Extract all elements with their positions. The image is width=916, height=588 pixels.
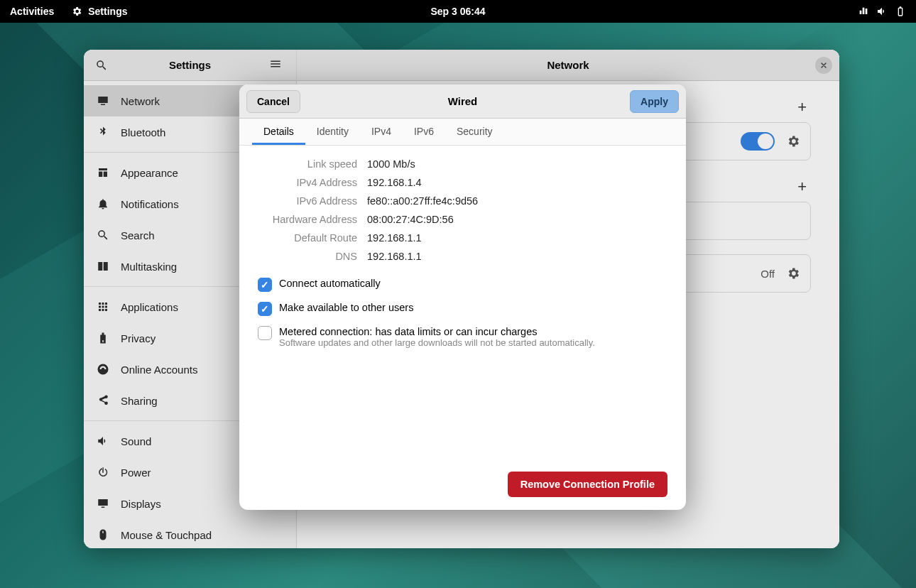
proxy-settings-button[interactable]	[786, 266, 800, 281]
bluetooth-icon	[97, 126, 109, 138]
check-row: Metered connection: has data limits or c…	[258, 326, 667, 348]
wired-switch[interactable]	[741, 132, 775, 151]
tab-security[interactable]: Security	[445, 119, 504, 145]
detail-label: DNS	[258, 251, 357, 262]
dialog-header: Cancel Wired Apply	[239, 85, 686, 119]
activities-button[interactable]: Activities	[10, 6, 54, 17]
sidebar-header: Settings	[84, 50, 296, 81]
content-header: Network	[297, 50, 839, 81]
detail-label: Default Route	[258, 232, 357, 244]
online-icon	[97, 363, 109, 376]
battery-icon	[895, 6, 906, 17]
power-icon	[97, 466, 109, 479]
multitask-icon	[97, 260, 109, 273]
checkbox[interactable]	[258, 278, 272, 292]
detail-value: 192.168.1.1	[367, 251, 667, 262]
cancel-button[interactable]: Cancel	[246, 90, 300, 113]
apps-icon	[97, 300, 109, 313]
checkbox[interactable]	[258, 302, 272, 316]
search-icon	[95, 59, 108, 72]
apply-button[interactable]: Apply	[630, 90, 679, 113]
check-label: Connect automatically	[279, 278, 381, 289]
dialog-body: Link speed1000 Mb/sIPv4 Address192.168.1…	[239, 146, 686, 510]
detail-value: 1000 Mb/s	[367, 158, 667, 170]
check-row: Connect automatically	[258, 278, 667, 292]
close-icon	[819, 61, 828, 70]
search-icon	[97, 229, 109, 241]
system-tray[interactable]	[858, 6, 916, 17]
hamburger-icon	[269, 58, 282, 70]
topbar-app[interactable]: Settings	[71, 6, 127, 17]
tab-ipv4[interactable]: IPv4	[360, 119, 403, 145]
sound-icon	[97, 435, 109, 447]
appearance-icon	[97, 166, 109, 179]
checkbox[interactable]	[258, 326, 272, 340]
check-row: Make available to other users	[258, 302, 667, 316]
remove-connection-button[interactable]: Remove Connection Profile	[508, 472, 667, 497]
share-icon	[97, 394, 109, 407]
sidebar-item-label: Sharing	[121, 395, 158, 407]
checks-list: Connect automaticallyMake available to o…	[258, 278, 667, 358]
gear-icon	[71, 6, 82, 17]
sidebar-item-mouse-touchpad[interactable]: Mouse & Touchpad	[84, 519, 296, 548]
sidebar-item-label: Appearance	[121, 167, 178, 179]
sidebar-item-label: Search	[121, 229, 155, 241]
tab-ipv6[interactable]: IPv6	[403, 119, 445, 145]
close-button[interactable]	[815, 57, 832, 74]
sidebar-item-label: Power	[121, 467, 151, 479]
sidebar-item-label: Multitasking	[121, 261, 177, 273]
network-tray-icon	[858, 6, 869, 17]
detail-value: fe80::a00:27ff:fe4c:9d56	[367, 195, 667, 207]
clock[interactable]: Sep 3 06:44	[430, 6, 485, 17]
detail-value: 08:00:27:4C:9D:56	[367, 214, 667, 225]
sidebar-title: Settings	[111, 59, 269, 71]
sidebar-item-label: Network	[121, 95, 160, 107]
top-bar: Activities Settings Sep 3 06:44	[0, 0, 916, 23]
tab-details[interactable]: Details	[252, 119, 305, 145]
dialog-title: Wired	[448, 95, 478, 107]
check-label: Metered connection: has data limits or c…	[279, 326, 595, 348]
detail-value: 192.168.1.1	[367, 232, 667, 244]
wired-settings-button[interactable]	[786, 134, 800, 148]
detail-value: 192.168.1.4	[367, 177, 667, 188]
add-wired-button[interactable]: +	[793, 95, 811, 119]
gear-icon	[786, 266, 800, 281]
sidebar-item-label: Bluetooth	[121, 126, 165, 138]
detail-label: Hardware Address	[258, 214, 357, 225]
wired-dialog: Cancel Wired Apply DetailsIdentityIPv4IP…	[239, 85, 686, 510]
dialog-tabs: DetailsIdentityIPv4IPv6Security	[239, 119, 686, 146]
sidebar-item-label: Privacy	[121, 332, 156, 344]
displays-icon	[97, 497, 109, 510]
privacy-icon	[97, 332, 109, 344]
volume-icon	[876, 6, 888, 17]
check-label: Make available to other users	[279, 302, 413, 313]
add-vpn-button[interactable]: +	[793, 175, 811, 199]
sidebar-item-label: Applications	[121, 301, 178, 313]
detail-grid: Link speed1000 Mb/sIPv4 Address192.168.1…	[258, 158, 667, 262]
sidebar-item-label: Mouse & Touchpad	[121, 529, 212, 541]
tab-identity[interactable]: Identity	[305, 119, 360, 145]
topbar-app-label: Settings	[88, 6, 127, 17]
detail-label: IPv6 Address	[258, 195, 357, 207]
search-button[interactable]	[92, 56, 111, 75]
monitor-icon	[97, 94, 109, 107]
mouse-icon	[97, 528, 109, 541]
sidebar-item-label: Displays	[121, 498, 161, 510]
proxy-off-label: Off	[760, 268, 775, 280]
sidebar-item-label: Online Accounts	[121, 364, 197, 376]
detail-label: IPv4 Address	[258, 177, 357, 188]
gear-icon	[786, 134, 800, 148]
sidebar-item-label: Sound	[121, 435, 151, 447]
sidebar-item-label: Notifications	[121, 198, 179, 210]
hamburger-button[interactable]	[269, 58, 288, 73]
bell-icon	[97, 197, 109, 210]
detail-label: Link speed	[258, 158, 357, 170]
page-title: Network	[547, 59, 589, 71]
